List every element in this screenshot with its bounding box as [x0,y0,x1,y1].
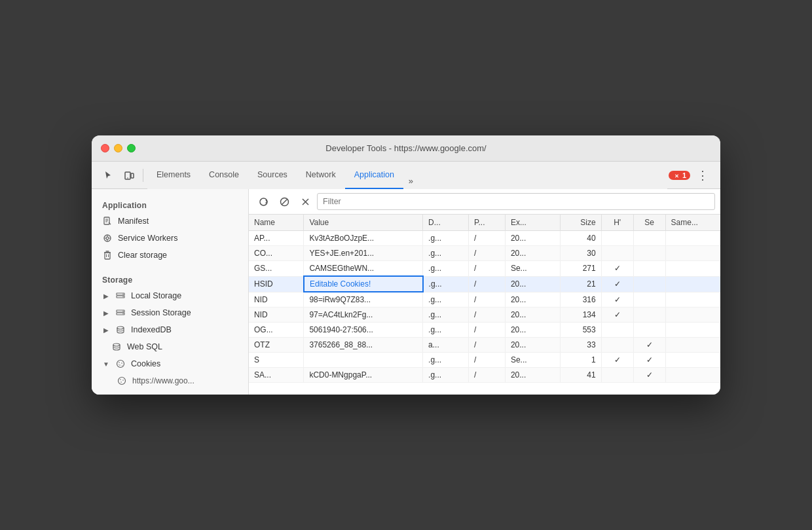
table-row[interactable]: HSIDEditable Cookies!.g.../20...21✓ [249,276,720,292]
cell-samesite [665,246,720,261]
table-row[interactable]: SA...kCD0-MNgpgaP....g.../20...41✓ [249,368,720,383]
cell-value[interactable]: Editable Cookies! [304,276,423,292]
col-header-path[interactable]: P... [469,215,506,231]
close-button[interactable] [101,144,109,152]
minimize-button[interactable] [114,144,122,152]
tab-network[interactable]: Network [297,162,345,189]
cell-httponly: ✓ [601,276,633,292]
cell-httponly: ✓ [601,308,633,323]
sidebar-item-service-workers[interactable]: Service Workers [92,230,248,247]
cell-value[interactable]: 98=iRw9Q7Z83... [304,292,423,308]
delete-button[interactable] [296,193,314,210]
indexeddb-icon [115,325,126,335]
cell-size: 41 [560,368,601,383]
devtools-window: Developer Tools - https://www.google.com… [92,135,720,395]
svg-point-36 [122,380,124,381]
cell-name: AP... [249,231,304,246]
cell-path: / [469,246,506,261]
clear-button[interactable] [275,193,293,210]
table-row[interactable]: AP...Kv3tAzBoOJzpE....g.../20...40 [249,231,720,246]
cell-value[interactable]: Kv3tAzBoOJzpE... [304,231,423,246]
cell-value[interactable]: 97=AC4tLkn2Fg... [304,308,423,323]
table-row[interactable]: OG...5061940-27:506....g.../20...553 [249,323,720,338]
svg-point-10 [106,237,109,239]
cell-httponly: ✓ [601,353,633,368]
tab-console[interactable]: Console [200,162,248,189]
table-row[interactable]: OTZ3765266_88_88...a.../20...33✓ [249,338,720,353]
cell-secure [633,231,665,246]
cell-name: SA... [249,368,304,383]
cell-value[interactable]: 3765266_88_88... [304,338,423,353]
svg-line-39 [282,199,287,205]
cookie-table: Name Value D... P... Ex... Size H' Se Sa… [249,215,720,395]
cell-secure [633,246,665,261]
cell-domain: .g... [423,261,469,277]
cursor-tool-button[interactable] [98,166,118,185]
local-storage-expand-icon[interactable]: ▶ [102,292,110,300]
cell-httponly [601,338,633,353]
refresh-button[interactable] [254,193,272,210]
refresh-icon [259,197,268,207]
cell-name: S [249,353,304,368]
cell-domain: .g... [423,231,469,246]
cookies-expand-icon[interactable]: ▼ [102,360,110,368]
cell-path: / [469,231,506,246]
cell-secure: ✓ [633,338,665,353]
sidebar-item-session-storage[interactable]: ▶ Session Storage [92,304,248,321]
session-storage-expand-icon[interactable]: ▶ [102,309,110,317]
table-row[interactable]: GS...CAMSEGtheWN....g.../Se...271✓ [249,261,720,277]
col-header-name[interactable]: Name [249,215,304,231]
col-header-size[interactable]: Size [560,215,601,231]
more-tabs-button[interactable]: » [403,173,418,189]
device-toggle-button[interactable] [119,166,139,185]
sidebar-item-clear-storage[interactable]: Clear storage [92,247,248,264]
cell-domain: .g... [423,276,469,292]
cell-name: OTZ [249,338,304,353]
cell-secure [633,292,665,308]
cell-path: / [469,368,506,383]
sidebar-item-local-storage[interactable]: ▶ Local Storage [92,287,248,304]
menu-button[interactable]: ⋮ [692,165,714,186]
sidebar-item-cookie-url[interactable]: https://www.goo... [92,372,248,389]
cell-expires: 20... [505,368,560,383]
col-header-samesite[interactable]: Same... [665,215,720,231]
indexeddb-expand-icon[interactable]: ▶ [102,326,110,334]
col-header-expires[interactable]: Ex... [505,215,560,231]
col-header-httponly[interactable]: H' [601,215,633,231]
cell-name: NID [249,308,304,323]
cell-value[interactable]: CAMSEGtheWN... [304,261,423,277]
col-header-domain[interactable]: D... [423,215,469,231]
tab-sources[interactable]: Sources [248,162,297,189]
cell-samesite [665,292,720,308]
sidebar-item-cookies[interactable]: ▼ Cookies [92,355,248,372]
tab-elements[interactable]: Elements [147,162,200,189]
svg-point-26 [117,327,124,329]
table-row[interactable]: NID97=AC4tLkn2Fg....g.../20...134✓ [249,308,720,323]
cell-secure: ✓ [633,353,665,368]
cell-httponly [601,323,633,338]
cell-domain: .g... [423,368,469,383]
maximize-button[interactable] [127,144,136,152]
cell-value[interactable]: 5061940-27:506... [304,323,423,338]
cursor-icon [103,170,113,181]
svg-point-35 [120,379,121,380]
cell-value[interactable]: kCD0-MNgpgaP... [304,368,423,383]
col-header-value[interactable]: Value [304,215,423,231]
tab-application[interactable]: Application [345,162,403,189]
sidebar-item-web-sql[interactable]: Web SQL [92,338,248,355]
sidebar-item-manifest[interactable]: Manifest [92,213,248,230]
table-row[interactable]: CO...YES+JE.en+201....g.../20...30 [249,246,720,261]
window-title: Developer Tools - https://www.google.com… [325,143,486,153]
col-header-secure[interactable]: Se [633,215,665,231]
svg-point-21 [122,296,123,297]
sidebar-item-indexeddb[interactable]: ▶ IndexedDB [92,321,248,338]
cell-value[interactable] [304,353,423,368]
cell-name: GS... [249,261,304,277]
cell-value[interactable]: YES+JE.en+201... [304,246,423,261]
error-badge[interactable]: ✕ 1 [669,171,690,180]
cell-secure [633,308,665,323]
table-row[interactable]: NID98=iRw9Q7Z83....g.../20...316✓ [249,292,720,308]
cell-path: / [469,292,506,308]
filter-input[interactable] [317,193,715,210]
table-row[interactable]: S.g.../Se...1✓✓ [249,353,720,368]
